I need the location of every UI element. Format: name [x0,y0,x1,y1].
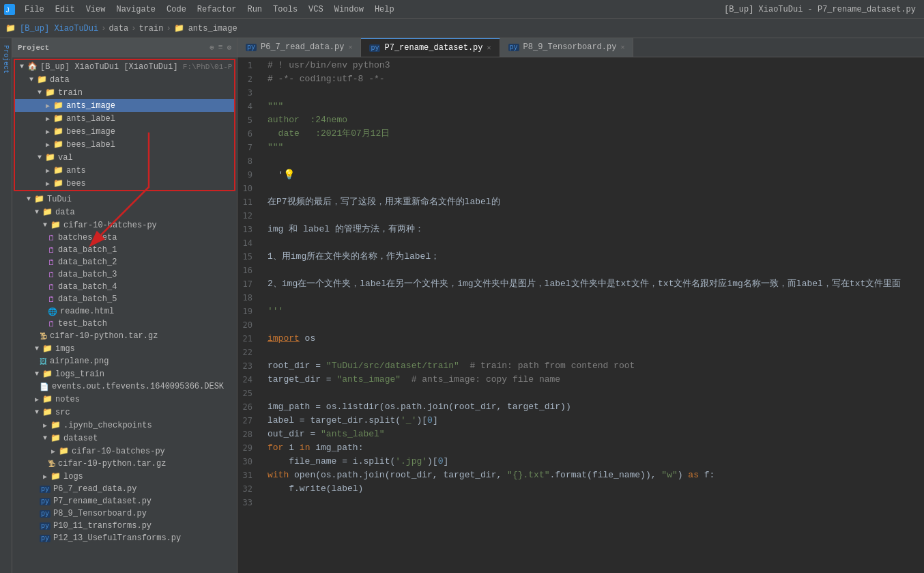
tree-item-p8[interactable]: py P8_9_Tensorboard.py [12,507,237,520]
menu-view[interactable]: View [81,2,111,17]
tab-close-p8[interactable]: ✕ [620,43,624,51]
line-num-23: 23 [240,359,258,373]
tree-item-cifar-gz-2[interactable]: 🗜 cifar-10-python.tar.gz [12,458,237,470]
tree-item-airplane[interactable]: 🖼 airplane.png [12,355,237,367]
tree-item-test-batch[interactable]: 🗒 test_batch [12,318,237,330]
tree-item-imgs[interactable]: ▼ 📁 imgs [12,342,237,355]
tab-label-p8: P8_9_Tensorboard.py [523,42,617,52]
tab-p6[interactable]: py P6_7_read_data.py ✕ [237,38,361,57]
code-line-15: 1、用img所在文件夹的名称，作为label； [268,250,924,264]
tree-item-data[interactable]: ▼ 📁 data [15,73,234,86]
tree-item-data-batch-5[interactable]: 🗒 data_batch_5 [12,293,237,305]
menu-code[interactable]: Code [161,2,192,17]
sidebar-icon-search[interactable]: ⊕ [210,43,214,52]
menu-vcs[interactable]: VCS [303,2,329,17]
breadcrumb-sep-2: › [131,24,136,33]
menu-bar: J File Edit View Navigate Code Refactor … [0,0,924,19]
tree-item-logs-train[interactable]: ▼ 📁 logs_train [12,367,237,380]
code-line-32: f.write(label) [268,482,924,496]
folder-icon-ipynb: 📁 [50,420,61,430]
tree-item-cifar10[interactable]: ▼ 📁 cifar-10-batches-py [12,219,237,232]
folder-icon-notes: 📁 [42,394,53,404]
tab-close-p7[interactable]: ✕ [487,44,491,52]
breadcrumb-data[interactable]: data [109,24,128,33]
code-line-11: 在P7视频的最后，写了这段，用来重新命名文件的label的 [268,195,924,209]
code-line-30: file_name = i.split('.jpg')[0] [268,455,924,469]
tree-item-data-batch-3[interactable]: 🗒 data_batch_3 [12,268,237,281]
tree-item-batches-meta[interactable]: 🗒 batches.meta [12,232,237,244]
tree-label-data-batch-5: data_batch_5 [58,294,117,304]
tree-item-data2[interactable]: ▼ 📁 data [12,206,237,219]
sidebar-icon-collapse[interactable]: ≡ [218,43,223,52]
tree-label-data: data [50,75,70,85]
tree-item-events[interactable]: 📄 events.out.tfevents.1640095366.DESK [12,380,237,393]
tree-item-p10[interactable]: py P10_11_transforms.py [12,520,237,532]
tree-label-data-batch-2: data_batch_2 [58,257,117,267]
menu-window[interactable]: Window [329,2,369,17]
menu-navigate[interactable]: Navigate [111,2,161,17]
tree-item-cifar10-2[interactable]: ▶ 📁 cifar-10-batches-py [12,445,237,458]
line-num-12: 12 [240,209,258,223]
code-line-26: img_path = os.listdir(os.path.join(root_… [268,400,924,414]
line-num-31: 31 [240,469,258,482]
menu-file[interactable]: File [19,2,50,17]
file-icon-data-batch-2: 🗒 [48,258,55,267]
line-num-24: 24 [240,373,258,387]
tree-item-train[interactable]: ▼ 📁 train [15,86,234,99]
tree-item-val[interactable]: ▼ 📁 val [15,151,234,164]
breadcrumb-project[interactable]: [B_up] XiaoTuDui [20,24,98,33]
tree-item-p12[interactable]: py P12_13_UsefulTransforms.py [12,532,237,544]
tree-item-notes[interactable]: ▶ 📁 notes [12,393,237,406]
folder-icon-tudui: 📁 [34,194,44,204]
tree-item-src[interactable]: ▼ 📁 src [12,406,237,419]
tree-arrow-data: ▼ [26,76,37,83]
tree-item-data-batch-1[interactable]: 🗒 data_batch_1 [12,244,237,256]
folder-icon-data2: 📁 [42,207,53,217]
code-line-28: out_dir = "ants_label" [268,428,924,441]
menu-help[interactable]: Help [369,2,400,17]
tree-item-ipynb[interactable]: ▶ 📁 .ipynb_checkpoints [12,419,237,432]
project-icon: 🏠 [27,61,38,72]
project-tab[interactable]: Project [1,42,11,76]
code-lines[interactable]: # ! usr/bin/env python3 # -*- coding:utf… [262,57,924,573]
code-line-10 [268,182,924,195]
file-icon-data-batch-4: 🗒 [48,283,55,292]
menu-edit[interactable]: Edit [50,2,81,17]
breadcrumb-sep-1: › [101,24,106,33]
sidebar-icon-settings[interactable]: ⚙ [227,43,231,52]
breadcrumb-folder-icon: 📁 [5,23,16,33]
line-num-15: 15 [240,250,258,264]
menu-tools[interactable]: Tools [268,2,303,17]
app-window: J File Edit View Navigate Code Refactor … [0,0,924,573]
tree-item-ants-image[interactable]: ▶ 📁 ants_image [15,99,234,112]
tree-item-data-batch-2[interactable]: 🗒 data_batch_2 [12,256,237,268]
tree-item-readme[interactable]: 🌐 readme.html [12,305,237,318]
tree-item-bees-label[interactable]: ▶ 📁 bees_label [15,138,234,151]
folder-icon-data: 📁 [37,74,47,85]
tree-arrow-root: ▼ [16,63,27,70]
tree-item-root[interactable]: ▼ 🏠 [B_up] XiaoTuDui [XiaoTuDui] F:\PhD\… [15,60,234,73]
tree-label-notes: notes [55,395,80,404]
tab-p8[interactable]: py P8_9_Tensorboard.py ✕ [500,38,634,57]
tree-item-p6[interactable]: py P6_7_read_data.py [12,483,237,495]
editor-content[interactable]: 1 2 3 4 5 6 7 8 9 10 11 12 13 14 15 16 1 [237,57,924,573]
tree-item-data-batch-4[interactable]: 🗒 data_batch_4 [12,281,237,293]
tree-item-cifar-gz[interactable]: 🗜 cifar-10-python.tar.gz [12,330,237,342]
line-num-16: 16 [240,264,258,277]
tree-arrow-bees-label: ▶ [42,141,53,149]
breadcrumb-train[interactable]: train [139,24,163,33]
tree-arrow-ipynb: ▶ [40,421,50,430]
tree-item-dataset[interactable]: ▼ 📁 dataset [12,432,237,445]
tree-item-tudui[interactable]: ▼ 📁 TuDui [12,193,237,206]
tree-item-ants[interactable]: ▶ 📁 ants [15,164,234,177]
tree-item-bees[interactable]: ▶ 📁 bees [15,177,234,190]
tree-item-logs[interactable]: ▶ 📁 logs [12,470,237,483]
tree-item-ants-label[interactable]: ▶ 📁 ants_label [15,112,234,125]
tab-close-p6[interactable]: ✕ [348,43,352,51]
tree-item-p7[interactable]: py P7_rename_dataset.py [12,495,237,507]
breadcrumb-ants-image[interactable]: ants_image [188,24,237,33]
tree-item-bees-image[interactable]: ▶ 📁 bees_image [15,125,234,138]
menu-run[interactable]: Run [242,2,268,17]
tab-p7[interactable]: py P7_rename_dataset.py ✕ [361,38,500,57]
menu-refactor[interactable]: Refactor [192,2,242,17]
